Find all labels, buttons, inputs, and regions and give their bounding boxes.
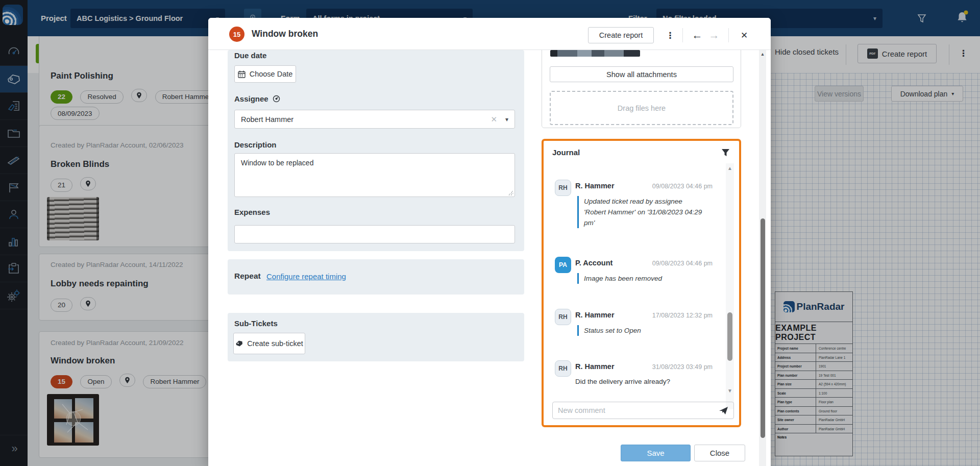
journal-scrollbar-thumb[interactable] <box>727 312 732 361</box>
journal-scrollbar-track[interactable] <box>726 163 734 409</box>
configure-repeat-link[interactable]: Configure repeat timing <box>266 272 346 281</box>
journal-message: Did the delivery arrive already? <box>575 376 704 387</box>
subtickets-section: Sub-Tickets Create sub-ticket <box>228 313 524 361</box>
avatar: RH <box>555 309 571 325</box>
assignee-label: Assignee <box>234 94 268 103</box>
divider <box>682 28 683 42</box>
journal-message: Image has been removed <box>577 273 706 284</box>
attachment-photo-partial[interactable] <box>550 50 640 57</box>
description-label: Description <box>234 140 277 149</box>
ticket-number-badge: 15 <box>229 27 244 42</box>
close-button[interactable]: Close <box>694 445 745 461</box>
create-subticket-button[interactable]: Create sub-ticket <box>233 333 305 354</box>
choose-date-button[interactable]: Choose Date <box>234 65 296 83</box>
new-comment-input[interactable] <box>558 406 719 414</box>
save-button[interactable]: Save <box>621 445 691 461</box>
show-all-attachments-button[interactable]: Show all attachments <box>550 66 733 82</box>
scroll-up-icon[interactable]: ▲ <box>726 165 733 171</box>
expenses-label: Expenses <box>234 208 270 216</box>
ticket-detail-modal: 15 Window broken Create report ⋮ ← → ✕ D… <box>208 18 771 466</box>
modal-scrollbar-thumb[interactable] <box>761 218 765 438</box>
calendar-icon <box>238 70 246 78</box>
due-date-label: Due date <box>234 51 266 60</box>
more-options-kebab[interactable]: ⋮ <box>665 27 675 43</box>
subtickets-label: Sub-Tickets <box>234 319 278 328</box>
journal-timestamp: 31/08/2023 03:49 pm <box>652 363 713 371</box>
resize-handle[interactable] <box>508 190 513 195</box>
journal-author: R. Hammer <box>575 362 615 371</box>
tag-icon <box>235 340 243 347</box>
create-report-button[interactable]: Create report <box>588 27 654 43</box>
assignee-select[interactable]: Robert Hammer ✕ ▾ <box>234 110 515 129</box>
modal-title: Window broken <box>252 29 318 39</box>
scroll-down-icon[interactable]: ▼ <box>726 388 733 394</box>
drag-files-dropzone[interactable]: Drag files here <box>550 91 733 125</box>
clear-selection-icon[interactable]: ✕ <box>491 115 497 124</box>
modal-header: 15 Window broken Create report ⋮ ← → ✕ <box>208 18 771 50</box>
journal-message: Updated ticket read by assignee 'Robert … <box>577 196 706 228</box>
planradar-app: Hide closed tickets PDF Create report ⋮ … <box>0 0 980 466</box>
new-comment-field[interactable] <box>552 402 734 419</box>
avatar: RH <box>555 360 571 377</box>
expenses-input[interactable] <box>234 225 515 243</box>
journal-timestamp: 17/08/2023 12:32 pm <box>652 312 713 319</box>
repeat-label: Repeat <box>234 272 261 281</box>
journal-author: P. Account <box>575 259 612 267</box>
chevron-down-icon: ▾ <box>505 116 508 123</box>
journal-author: R. Hammer <box>575 182 615 190</box>
journal-panel: Journal RH R. Hammer 09/08/2023 04:46 pm… <box>542 139 741 427</box>
journal-timestamp: 09/08/2023 04:46 pm <box>652 183 713 190</box>
avatar: PA <box>555 257 571 273</box>
journal-message: Status set to Open <box>577 325 706 336</box>
scroll-up-icon[interactable]: ▲ <box>759 52 766 57</box>
journal-filter-funnel-icon[interactable] <box>721 149 730 157</box>
previous-ticket-button[interactable]: ← <box>690 27 704 43</box>
repeat-section: Repeat Configure repeat timing <box>228 259 524 295</box>
description-textarea[interactable]: Window to be replaced <box>234 153 515 197</box>
close-modal-icon[interactable]: ✕ <box>737 27 751 43</box>
avatar: RH <box>555 180 571 196</box>
send-comment-icon[interactable] <box>719 406 728 415</box>
next-ticket-button[interactable]: → <box>707 27 721 43</box>
watcher-eye-icon <box>273 95 280 103</box>
journal-timestamp: 09/08/2023 04:46 pm <box>652 260 713 267</box>
divider <box>728 28 729 42</box>
journal-label: Journal <box>552 148 580 157</box>
journal-author: R. Hammer <box>575 311 615 319</box>
